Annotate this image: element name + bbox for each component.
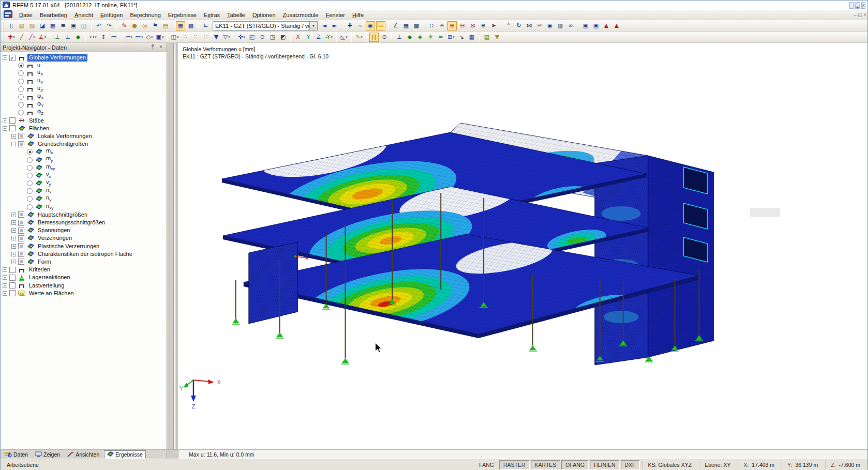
toggle-ofang[interactable]: OFANG [561, 460, 589, 469]
tree-item-lokale-verformungen[interactable]: +Lokale Verformungen [1, 132, 167, 140]
deformation-scale-icon[interactable]: ∠ [391, 21, 400, 31]
checkbox-partial[interactable] [18, 211, 24, 218]
tree-item-kriterien[interactable]: +Kriterien [1, 266, 167, 274]
results-surface-icon[interactable]: ◆ [405, 33, 414, 42]
units-icon[interactable]: ∟ [201, 21, 211, 31]
axes-tool-icon[interactable]: ⊥ [395, 33, 404, 42]
supports-icon[interactable]: ✳ [426, 33, 435, 42]
block-save-icon[interactable]: ▼ [212, 33, 221, 42]
radio-unselected[interactable] [27, 204, 33, 210]
radio-selected[interactable] [27, 149, 33, 155]
export-pdf-icon[interactable]: ▲ [612, 21, 621, 31]
tree-item-lagerreaktionen[interactable]: +Lagerreaktionen [1, 274, 167, 281]
checkbox-partial[interactable] [18, 259, 24, 265]
toolbar-grip2[interactable] [3, 33, 4, 41]
menu-bearbeiten[interactable]: Bearbeiten [36, 11, 71, 19]
menu-extras[interactable]: Extras [200, 11, 223, 19]
view-x-icon[interactable]: X [293, 33, 303, 42]
show-tables-icon[interactable]: ▦ [176, 21, 185, 31]
tree-item-z[interactable]: φZ [1, 109, 167, 116]
expand-icon[interactable]: + [3, 275, 7, 280]
combo-dropdown-icon[interactable]: ▾ [309, 22, 317, 30]
array-copy-icon[interactable]: ∵ [191, 33, 200, 42]
array-copy2-icon[interactable]: ∷ [201, 33, 211, 42]
undo-icon[interactable]: ↶ [94, 21, 103, 31]
view-z-icon[interactable]: Z [314, 33, 323, 42]
isometric-view-icon[interactable]: ◳ [268, 33, 277, 42]
checkbox-partial[interactable] [18, 220, 24, 226]
results-folder-icon[interactable]: ▤ [161, 21, 170, 31]
mdi-minimize-button[interactable]: – [854, 12, 857, 18]
close-panel-icon[interactable]: × [157, 44, 164, 51]
big-tables-icon[interactable]: ▦ [467, 33, 476, 42]
tree-item-nxy[interactable]: nxy [1, 203, 167, 211]
copy-object-icon[interactable]: ◫▾ [170, 33, 179, 42]
minimize-button[interactable]: – [849, 2, 854, 9]
new-line-dimension-icon[interactable]: ╱▾ [27, 33, 37, 42]
collapse-icon[interactable]: − [3, 126, 7, 131]
dimension-frame-icon[interactable]: ▭ [109, 33, 118, 42]
load-combination-select[interactable]: EK11 - GZT (STR/GEO) - Ständig / vorüb ▾ [213, 21, 318, 31]
tree-item-werte-an-flächen[interactable]: +xxWerte an Flächen [1, 290, 167, 297]
new-node-icon[interactable]: ✚▾ [7, 33, 16, 42]
tree-item-hauptschnittgrößen[interactable]: +Hauptschnittgrößen [1, 211, 167, 219]
toggle-hlinien[interactable]: HLINIEN [590, 460, 619, 469]
radio-unselected[interactable] [27, 196, 33, 202]
tree-item-ux[interactable]: uX [1, 69, 167, 77]
quick-print-icon[interactable]: ▲ [602, 21, 611, 31]
show-result-labels-icon[interactable]: ◎ [140, 21, 149, 31]
new-opening-icon[interactable]: ▭▾ [134, 33, 144, 42]
menu-optionen[interactable]: Optionen [249, 11, 279, 19]
menu-ansicht[interactable]: Ansicht [71, 11, 97, 19]
menu-ergebnisse[interactable]: Ergebnisse [164, 11, 200, 19]
radio-unselected[interactable] [27, 157, 33, 163]
mdi-close-button[interactable]: × [863, 12, 866, 18]
save-icon[interactable]: ▦ [48, 21, 57, 31]
printout-report2-icon[interactable]: ▣ [591, 21, 601, 31]
tree-item-plastische-verzerrungen[interactable]: +Plastische Verzerrungen [1, 242, 167, 250]
toggle-dxf[interactable]: DXF [621, 460, 640, 469]
tree-item-grundschnittgrößen[interactable]: −Grundschnittgrößen [1, 140, 167, 148]
new-surface-blue-icon[interactable]: ▱▾ [124, 33, 133, 42]
tree-item-verzerrungen[interactable]: +Verzerrungen [1, 234, 167, 242]
cut-icon[interactable]: ✂ [535, 21, 544, 31]
radio-unselected[interactable] [18, 79, 24, 84]
tree-item-uz[interactable]: uZ [1, 85, 167, 93]
zoom-pan-icon[interactable]: ✜▾ [237, 33, 246, 42]
work-plane-icon[interactable]: ◺▾ [339, 33, 349, 42]
checkbox-off[interactable] [9, 125, 16, 131]
modules-icon[interactable]: ∞ [566, 21, 575, 31]
printout-report-icon[interactable]: ▣ [581, 21, 590, 31]
restore-button[interactable]: ◱ [855, 2, 860, 9]
radio-unselected[interactable] [27, 180, 33, 186]
blocks-grid-icon[interactable]: ⊞▾ [446, 33, 456, 42]
clip-plane-z-icon[interactable]: ⊠ [468, 21, 477, 31]
checkbox-off[interactable] [9, 290, 16, 296]
smooth-results-icon[interactable]: ≈ [436, 33, 445, 42]
show-load-labels-icon[interactable]: ● [130, 21, 139, 31]
color-rows-icon[interactable]: ▤ [482, 33, 491, 42]
close-button[interactable]: × [861, 2, 865, 9]
checkbox-partial[interactable] [18, 141, 24, 147]
radio-unselected[interactable] [27, 165, 33, 171]
expand-icon[interactable]: + [11, 244, 16, 249]
expand-icon[interactable]: + [11, 236, 16, 240]
tree-item-u[interactable]: u [1, 62, 167, 69]
move-flag-icon[interactable]: ⚑ [151, 21, 160, 31]
new-document-icon[interactable]: ▯ [7, 21, 16, 31]
tree-item-charakteristiken-der-isotropen-fläche[interactable]: +Charakteristiken der isotropen Fläche [1, 250, 167, 258]
edit-mode-icon[interactable]: ✎ [119, 21, 129, 31]
show-results-icon[interactable]: ◉ [366, 21, 375, 31]
menu-einfügen[interactable]: Einfügen [97, 11, 126, 19]
expand-icon[interactable]: + [11, 220, 16, 225]
radio-unselected[interactable] [27, 188, 33, 194]
menu-fenster[interactable]: Fenster [322, 11, 349, 19]
tab-ansichten[interactable]: Ansichten [65, 451, 102, 458]
radio-unselected[interactable] [18, 102, 24, 108]
new-block-icon[interactable]: ▣▾ [155, 33, 164, 42]
generated-nodes-icon[interactable]: ∴ [181, 33, 190, 42]
new-member-icon[interactable]: ⊥ [53, 33, 62, 42]
pin-icon[interactable] [149, 44, 156, 51]
report-icon[interactable]: ▥ [556, 21, 565, 31]
next-loadcase-icon[interactable]: ► [330, 21, 339, 31]
